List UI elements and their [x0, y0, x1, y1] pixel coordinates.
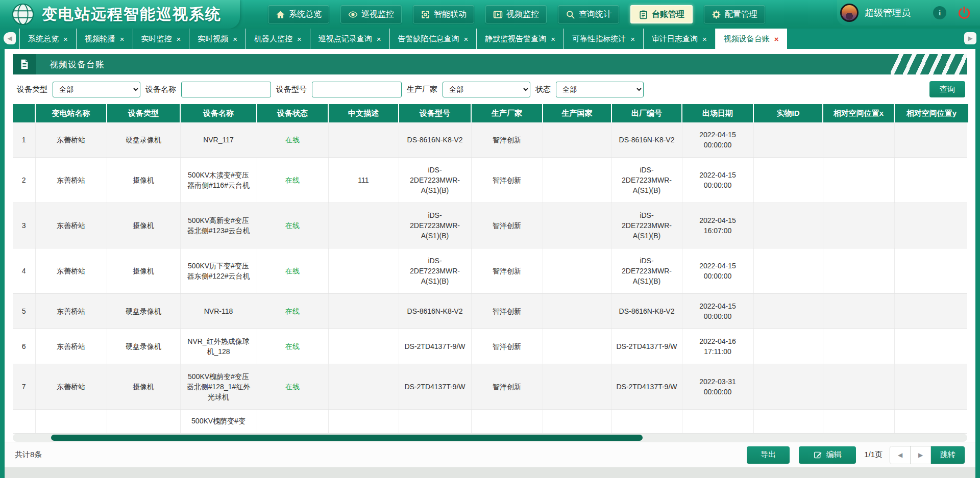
table-row[interactable]: 3东善桥站摄像机500KV高新变#变压器北侧#123#云台机在线iDS-2DE7…	[13, 203, 967, 248]
cell: 500KV木渎变#变压器南侧#116#云台机	[180, 158, 257, 203]
tab-实时视频[interactable]: 实时视频×	[189, 29, 246, 49]
status-select[interactable]: 全部	[556, 82, 644, 97]
edit-button[interactable]: 编辑	[799, 446, 856, 464]
tab-机器人监控[interactable]: 机器人监控×	[246, 29, 310, 49]
cell: iDS-2DE7223MWR-A(S1)(B)	[399, 203, 471, 248]
cell	[823, 410, 894, 434]
nav-button-label: 系统总览	[289, 9, 322, 20]
cell: 111	[328, 158, 399, 203]
tab-close-icon[interactable]: ×	[297, 35, 302, 43]
tab-label: 告警缺陷信息查询	[398, 34, 459, 44]
vendor-select[interactable]: 全部	[443, 82, 530, 97]
next-page-icon[interactable]: ▶	[911, 446, 931, 464]
tab-close-icon[interactable]: ×	[177, 35, 181, 43]
tab-视频轮播[interactable]: 视频轮播×	[77, 29, 133, 49]
cell	[823, 203, 894, 248]
jump-button[interactable]: 跳转	[931, 446, 965, 464]
query-button[interactable]: 查询	[929, 81, 965, 97]
user-panel: 超级管理员 i	[837, 0, 980, 26]
device-table: 变电站名称设备类型设备名称设备状态中文描述设备型号生产厂家生产国家出厂编号出场日…	[13, 104, 967, 434]
cell	[894, 294, 967, 329]
tab-label: 审计日志查询	[652, 34, 698, 44]
export-button[interactable]: 导出	[747, 446, 790, 464]
cell	[328, 203, 399, 248]
nav-button-查询统计[interactable]: 查询统计	[558, 5, 619, 23]
cell: 智洋创新	[471, 122, 543, 158]
device-model-label: 设备型号	[276, 85, 307, 94]
tab-审计日志查询[interactable]: 审计日志查询×	[644, 29, 716, 49]
nav-button-视频监控[interactable]: 视频监控	[485, 5, 547, 23]
nav-button-系统总览[interactable]: 系统总览	[268, 5, 329, 23]
cell: iDS-2DE7223MWR-A(S1)(B)	[611, 248, 682, 294]
nav-button-智能联动[interactable]: 智能联动	[413, 5, 474, 23]
cell	[753, 158, 823, 203]
edit-pencil-icon	[814, 450, 822, 459]
cell: 东善桥站	[35, 122, 107, 158]
cell: 在线	[257, 122, 328, 158]
tab-告警缺陷信息查询[interactable]: 告警缺陷信息查询×	[390, 29, 477, 49]
column-header-出场日期: 出场日期	[682, 104, 753, 122]
tab-close-icon[interactable]: ×	[63, 35, 68, 43]
table-row[interactable]: 2东善桥站摄像机500KV木渎变#变压器南侧#116#云台机在线111iDS-2…	[13, 158, 967, 203]
tab-label: 系统总览	[28, 34, 59, 44]
cell	[543, 364, 611, 410]
table-row[interactable]: 1东善桥站硬盘录像机NVR_117在线DS-8616N-K8-V2智洋创新DS-…	[13, 122, 967, 158]
eye-icon	[348, 10, 358, 19]
table-row[interactable]: 6东善桥站硬盘录像机NVR_红外热成像球机_128在线DS-2TD4137T-9…	[13, 329, 967, 364]
cell: 智洋创新	[471, 294, 543, 329]
table-row[interactable]: 500KV槐荫变#变	[13, 410, 967, 434]
cell	[823, 364, 894, 410]
info-icon[interactable]: i	[933, 6, 946, 19]
table-row[interactable]: 5东善桥站硬盘录像机NVR-118在线DS-8616N-K8-V2智洋创新DS-…	[13, 294, 967, 329]
tab-close-icon[interactable]: ×	[120, 35, 125, 43]
tab-巡视点记录查询[interactable]: 巡视点记录查询×	[310, 29, 390, 49]
nav-button-台账管理[interactable]: 台账管理	[630, 5, 693, 23]
cell: 智洋创新	[471, 203, 543, 248]
cell	[894, 122, 967, 158]
nav-button-配置管理[interactable]: 配置管理	[704, 5, 765, 23]
cell: 摄像机	[107, 248, 180, 294]
cell	[611, 410, 682, 434]
tab-close-icon[interactable]: ×	[464, 35, 469, 43]
cell	[543, 158, 611, 203]
table-row[interactable]: 7东善桥站摄像机500KV槐荫变#变压器北侧#128_1#红外光球机在线DS-2…	[13, 364, 967, 410]
cell	[107, 410, 180, 434]
logout-power-icon[interactable]	[958, 6, 971, 19]
tab-close-icon[interactable]: ×	[233, 35, 237, 43]
tab-close-icon[interactable]: ×	[774, 35, 779, 43]
cell: 在线	[257, 203, 328, 248]
cell	[753, 410, 823, 434]
cell	[35, 410, 107, 434]
tab-scroll-right-icon[interactable]: ▶	[964, 32, 976, 44]
scrollbar-thumb[interactable]	[51, 435, 643, 441]
tab-实时监控[interactable]: 实时监控×	[133, 29, 190, 49]
document-icon	[13, 54, 36, 74]
cell: 500KV历下变#变压器东侧#122#云台机	[180, 248, 257, 294]
device-name-input[interactable]	[181, 82, 271, 97]
cell: 智洋创新	[471, 329, 543, 364]
filter-bar: 设备类型 全部 设备名称 设备型号 生产厂家 全部 状态 全部 查询	[5, 74, 975, 104]
tab-可靠性指标统计[interactable]: 可靠性指标统计×	[564, 29, 644, 49]
cell	[753, 203, 823, 248]
tab-静默监视告警查询[interactable]: 静默监视告警查询×	[477, 29, 564, 49]
prev-page-icon[interactable]: ◀	[890, 446, 911, 464]
nav-button-巡视监控[interactable]: 巡视监控	[340, 5, 402, 23]
table-row[interactable]: 4东善桥站摄像机500KV历下变#变压器东侧#122#云台机在线iDS-2DE7…	[13, 248, 967, 294]
cell: NVR_红外热成像球机_128	[180, 329, 257, 364]
cell: 硬盘录像机	[107, 294, 180, 329]
logo-panel: 变电站远程智能巡视系统	[0, 0, 240, 29]
tab-close-icon[interactable]: ×	[551, 35, 555, 43]
cell: DS-2TD4137T-9/W	[399, 329, 471, 364]
tab-close-icon[interactable]: ×	[377, 35, 381, 43]
cell	[328, 364, 399, 410]
page-title: 视频设备台账	[50, 59, 105, 70]
tab-close-icon[interactable]: ×	[702, 35, 707, 43]
tab-系统总览[interactable]: 系统总览×	[19, 29, 77, 49]
tab-scroll-left-icon[interactable]: ◀	[4, 32, 16, 44]
tab-close-icon[interactable]: ×	[630, 35, 635, 43]
device-model-input[interactable]	[312, 82, 402, 97]
device-type-select[interactable]: 全部	[53, 82, 140, 97]
tab-视频设备台账[interactable]: 视频设备台账×	[716, 29, 788, 49]
cell	[328, 329, 399, 364]
cell	[894, 364, 967, 410]
